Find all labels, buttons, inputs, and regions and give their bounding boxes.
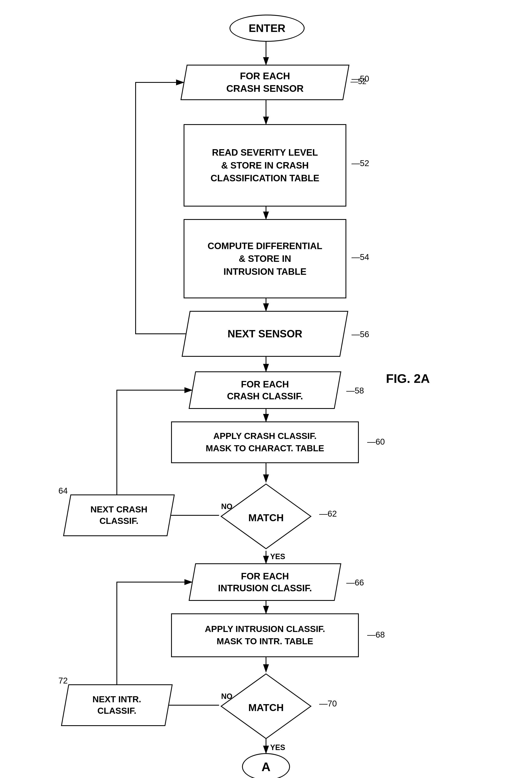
next-crash-classif-node: NEXT CRASHCLASSIF. [67, 494, 171, 536]
ref-68: —68 [367, 630, 385, 639]
svg-text:MATCH: MATCH [248, 702, 284, 713]
ref-60: —60 [367, 437, 385, 447]
ref-56: —56 [352, 330, 369, 339]
for-each-intrusion-node: FOR EACHINTRUSION CLASSIF. [192, 563, 338, 601]
ref-72: 72 [58, 676, 68, 685]
ref-62: —62 [319, 509, 337, 519]
ref-54: —54 [352, 252, 369, 262]
figure-label: FIG. 2A [386, 371, 430, 386]
svg-text:YES: YES [270, 552, 285, 561]
ref-52: —52 [352, 159, 369, 168]
for-each-crash-sensor-node: FOR EACHCRASH SENSOR [183, 65, 346, 100]
next-intr-classif-node: NEXT INTR.CLASSIF. [65, 684, 169, 726]
enter-node: ENTER [229, 15, 305, 42]
compute-diff-node: COMPUTE DIFFERENTIAL& STORE ININTRUSION … [183, 219, 346, 298]
match2-node: MATCH [219, 672, 313, 741]
apply-intrusion-classif-node: APPLY INTRUSION CLASSIF.MASK TO INTR. TA… [171, 613, 359, 657]
svg-text:MATCH: MATCH [248, 512, 284, 523]
match1-node: MATCH [219, 482, 313, 551]
flowchart: NO YES NO YES ENTER FOR EACHCRASH SENSOR… [0, 0, 532, 778]
connector-a-node: A [242, 753, 290, 778]
ref-58: —58 [346, 386, 364, 395]
ref-50b: —50 [352, 74, 369, 83]
for-each-crash-classif-node: FOR EACHCRASH CLASSIF. [192, 371, 338, 409]
next-sensor-node: NEXT SENSOR [186, 311, 344, 357]
ref-70: —70 [319, 699, 337, 708]
read-severity-node: READ SEVERITY LEVEL& STORE IN CRASHCLASS… [183, 124, 346, 207]
svg-text:YES: YES [270, 743, 285, 752]
ref-66: —66 [346, 578, 364, 587]
apply-crash-classif-node: APPLY CRASH CLASSIF.MASK TO CHARACT. TAB… [171, 421, 359, 463]
ref-64: 64 [58, 486, 68, 495]
